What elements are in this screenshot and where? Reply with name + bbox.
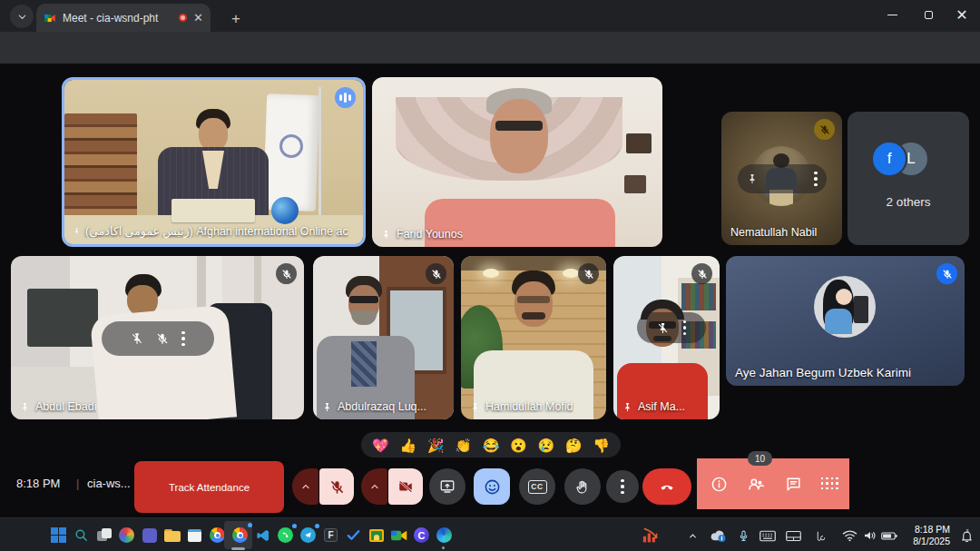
reactions-bar: 💖 👍 🎉 👏 😂 😮 😢 🤔 👎: [361, 432, 621, 458]
present-screen-button[interactable]: [429, 468, 466, 505]
more-options-button[interactable]: [606, 470, 639, 503]
microphone-toggle-button[interactable]: [319, 468, 354, 505]
battery-icon[interactable]: [879, 526, 899, 546]
show-everyone-button[interactable]: [745, 473, 767, 495]
reaction-thinking[interactable]: 🤔: [565, 438, 583, 452]
file-explorer-icon[interactable]: [162, 525, 182, 546]
tab-close-icon[interactable]: ✕: [193, 12, 203, 24]
tile-hover-controls[interactable]: [102, 321, 214, 356]
f-app-icon[interactable]: F: [320, 525, 341, 546]
pin-icon[interactable]: [747, 173, 758, 184]
notification-bell-icon[interactable]: [956, 526, 976, 546]
raise-hand-button[interactable]: [564, 468, 601, 505]
camera-toggle-button[interactable]: [388, 468, 423, 505]
tile-menu-icon[interactable]: [683, 320, 687, 336]
mic-muted-icon: [691, 263, 712, 284]
window-minimize-button[interactable]: [874, 0, 910, 30]
wall-plaque: [626, 133, 652, 153]
mic-options-chevron[interactable]: [292, 468, 318, 505]
taskbar-search-button[interactable]: [71, 525, 92, 546]
c-app-icon[interactable]: C: [411, 525, 432, 546]
tile-hover-controls[interactable]: [738, 164, 827, 193]
chat-icon: [785, 476, 802, 493]
name-plate: [172, 199, 255, 222]
chat-button[interactable]: [782, 473, 804, 495]
ink-glyph-icon: [815, 530, 827, 542]
mic-off-icon[interactable]: [156, 332, 169, 345]
video-tile-afghan-international[interactable]: (رئیس عمومی اکادمی) Afghan international…: [62, 77, 366, 247]
avatar: [814, 276, 876, 338]
tile-menu-icon[interactable]: [814, 172, 818, 187]
video-tile-2-others[interactable]: L f 2 others: [848, 112, 969, 245]
meeting-details-button[interactable]: [708, 473, 730, 495]
video-tile-asif[interactable]: Asif Ma...: [613, 256, 720, 419]
video-tile-abdul-ebadi[interactable]: Abdul Ebadi: [11, 256, 304, 419]
weather-cloud-icon[interactable]: [708, 526, 728, 546]
reaction-cry[interactable]: 😢: [537, 438, 554, 452]
camera-options-chevron[interactable]: [361, 468, 387, 505]
google-meet-app-icon[interactable]: [388, 525, 409, 546]
tile-hover-controls[interactable]: [637, 312, 706, 343]
video-tile-farid-younos[interactable]: Farid Younos: [372, 77, 662, 247]
kebab-menu-icon: [621, 479, 624, 495]
ceiling-light: [483, 269, 499, 278]
reaction-clap[interactable]: 👏: [455, 438, 472, 452]
person-head: [199, 118, 228, 151]
reaction-heart[interactable]: 💖: [372, 438, 389, 452]
window-maximize-button[interactable]: [910, 0, 946, 30]
teams-app-icon[interactable]: [139, 525, 160, 546]
browser-tab[interactable]: Meet - cia-wsnd-pht ✕: [36, 4, 211, 32]
photos-app-icon[interactable]: [116, 525, 137, 546]
meet-control-bar: 8:18 PM | cia-ws... Track Attendance: [0, 458, 980, 517]
stocks-widget-icon[interactable]: [641, 526, 661, 546]
tray-overflow-chevron[interactable]: [682, 526, 702, 546]
search-icon: [74, 527, 89, 543]
person-head: [490, 99, 548, 173]
volume-icon[interactable]: [860, 526, 880, 546]
reaction-thumbs-down[interactable]: 👎: [593, 438, 610, 452]
wifi-icon[interactable]: [839, 526, 859, 546]
activities-button[interactable]: [819, 473, 841, 495]
new-tab-button[interactable]: +: [225, 8, 247, 30]
touch-keyboard-icon[interactable]: [758, 526, 778, 546]
touchpad-icon[interactable]: [783, 526, 803, 546]
running-indicator-dot: [442, 546, 445, 549]
whatsapp-icon[interactable]: [275, 525, 296, 546]
todo-check-icon[interactable]: [343, 525, 364, 546]
tile-menu-icon[interactable]: [181, 331, 185, 347]
windows-logo-icon: [51, 527, 67, 544]
video-tile-nematullah-nabil[interactable]: Nematullah Nabil: [721, 112, 842, 245]
edge-icon[interactable]: [434, 525, 455, 546]
video-tile-hamidullah-mofid[interactable]: Hamidullah Mofid: [461, 256, 606, 419]
reaction-surprised[interactable]: 😮: [510, 438, 527, 452]
pen-ink-icon[interactable]: [810, 526, 830, 546]
cloud-icon: [710, 529, 727, 543]
unpin-icon[interactable]: [131, 332, 143, 345]
captions-button[interactable]: CC: [519, 468, 555, 505]
chrome-active-icon[interactable]: [230, 525, 250, 546]
tray-microphone-icon[interactable]: [733, 526, 753, 546]
reaction-thumbs-up[interactable]: 👍: [399, 438, 416, 452]
start-button[interactable]: [48, 525, 69, 546]
telegram-icon[interactable]: [298, 525, 318, 546]
reactions-button[interactable]: [474, 468, 510, 505]
mic-icon: [738, 529, 750, 543]
taskbar-clock[interactable]: 8:18 PM 8/1/2025: [901, 524, 950, 547]
desktop-screen: Meet - cia-wsnd-pht ✕ + ✕ meet.google.co…: [0, 0, 980, 551]
end-call-button[interactable]: [642, 468, 691, 505]
task-view-button[interactable]: [93, 525, 114, 546]
google-classroom-icon[interactable]: [366, 525, 387, 546]
unpin-icon[interactable]: [657, 322, 669, 334]
microsoft-store-icon[interactable]: [184, 525, 205, 546]
window-close-button[interactable]: ✕: [944, 0, 980, 30]
reaction-party[interactable]: 🎉: [427, 438, 445, 452]
video-tile-abdulrazaq[interactable]: Abdulrazaq Luq...: [313, 256, 454, 419]
video-tile-aye-jahan[interactable]: Aye Jahan Begum Uzbek Karimi: [726, 256, 965, 386]
wifi-arcs-icon: [842, 529, 858, 542]
track-attendance-button[interactable]: Track Attendance: [134, 461, 284, 513]
reaction-laugh[interactable]: 😂: [483, 438, 500, 452]
vscode-icon[interactable]: [252, 525, 273, 546]
keyboard-icon: [760, 530, 776, 542]
tab-search-button[interactable]: [10, 5, 34, 28]
avatar-letter-f: f: [871, 141, 907, 177]
